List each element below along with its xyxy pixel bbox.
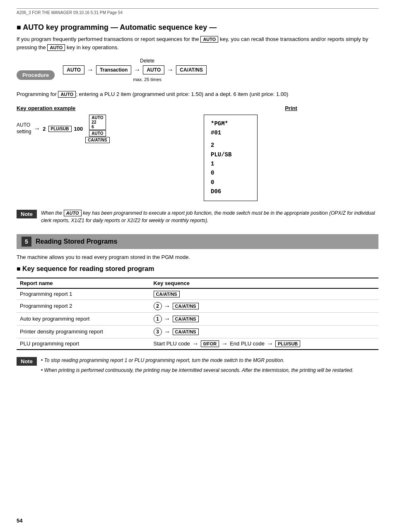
auto-intro-text: If you program frequently performed tran…: [17, 35, 378, 51]
caatns-key-2: CA/AT/NS: [173, 303, 199, 309]
seq-cell-2: 2 → CA/AT/NS: [154, 302, 375, 310]
circle-3: 3: [154, 328, 162, 336]
key-seq-5: Start PLU code → 0/FOR → End PLU code → …: [150, 338, 378, 350]
auto-section-title: AUTO key programming — Automatic sequenc…: [17, 23, 378, 32]
key-stack-auto: AUTO226 AUTO CA/AT/NS: [85, 115, 109, 143]
print-title: Print: [204, 105, 378, 111]
note-bullet-2: When printing is performed continuously,…: [41, 367, 354, 374]
report-name-1: Programming report 1: [17, 288, 150, 300]
print-receipt: *PGM* #01 2 PLU/SB 1 0 0 D06: [204, 115, 258, 201]
key-auto-1: AUTO: [63, 65, 84, 74]
seq-cell-4: 3 → CA/AT/NS: [154, 328, 375, 336]
key-caatns-1: CA/AT/NS: [176, 65, 207, 74]
key-seq-table: Report name Key sequence Programming rep…: [17, 278, 378, 350]
table-row: Programming report 1 CA/AT/NS: [17, 288, 378, 300]
section5: 5 Reading Stored Programs The machine al…: [17, 234, 378, 376]
caatns-key-4: CA/AT/NS: [173, 328, 199, 335]
col-key-seq: Key sequence: [150, 278, 378, 288]
report-name-3: Auto key programming report: [17, 312, 150, 325]
print-line4: PLU/SB: [211, 150, 250, 159]
print-line1: *PGM*: [211, 119, 250, 128]
circle-2: 2: [154, 302, 162, 310]
num-2: 2: [43, 126, 46, 132]
subsection-title: Key sequence for reading stored program: [17, 265, 378, 273]
table-row: PLU programming report Start PLU code → …: [17, 338, 378, 350]
note-label-1: Note: [17, 210, 37, 218]
caatns-key-1: CA/AT/NS: [154, 291, 180, 297]
auto-key-inline: AUTO: [200, 36, 218, 43]
arrow-row2: →: [164, 303, 171, 309]
print-line3: 2: [211, 141, 250, 150]
key-transaction: Transaction: [96, 65, 131, 74]
note-text-1: When the AUTO key has been programmed to…: [41, 209, 378, 224]
arrow-row4: →: [164, 328, 171, 335]
key-seq-2: 2 → CA/AT/NS: [150, 300, 378, 312]
section5-title: Reading Stored Programs: [36, 238, 117, 245]
arrow-row5b: →: [221, 340, 228, 347]
key-seq-1: CA/AT/NS: [150, 288, 378, 300]
section5-number: 5: [22, 237, 31, 247]
diagram-row-main: AUTO → Transaction → AUTO → CA/AT/NS: [63, 65, 207, 74]
table-row: Programming report 2 2 → CA/AT/NS: [17, 300, 378, 312]
print-line6: 0: [211, 168, 250, 177]
print-section: Print *PGM* #01 2 PLU/SB 1 0 0 D06: [204, 105, 378, 201]
delete-label: Delete: [140, 58, 154, 64]
key-op-section: Key operation example AUTOsetting → 2 PL…: [17, 105, 191, 143]
section5-header: 5 Reading Stored Programs: [17, 234, 378, 249]
max-times-label: max. 25 times: [133, 77, 161, 82]
arrow-1: →: [87, 67, 94, 73]
example-intro-text: Programming for AUTO; entering a PLU 2 i…: [17, 90, 378, 98]
report-name-4: Printer density programming report: [17, 325, 150, 338]
procedure-label: Procedure: [17, 70, 55, 80]
print-line7: 0: [211, 178, 250, 187]
note-bullets: To stop reading programming report 1 or …: [41, 357, 354, 376]
auto-key-inline3: AUTO: [58, 91, 76, 98]
print-line5: 1: [211, 159, 250, 168]
note-label-2: Note: [17, 357, 37, 366]
arrow-4: →: [34, 125, 40, 132]
key-auto-num6-top: AUTO226: [89, 115, 106, 130]
auto-section: AUTO key programming — Automatic sequenc…: [17, 23, 378, 224]
section5-intro: The machine allows you to read every pro…: [17, 254, 378, 260]
auto-setting-label: AUTOsetting: [17, 122, 31, 135]
auto-key-note: AUTO: [64, 210, 82, 216]
procedure-area: Procedure Delete AUTO → Transaction → AU…: [17, 58, 378, 82]
arrow-2: →: [134, 67, 140, 73]
report-name-2: Programming report 2: [17, 300, 150, 312]
key-caatns-stack: CA/AT/NS: [85, 137, 109, 143]
seq-cell-1: CA/AT/NS: [154, 291, 375, 297]
plu-sub-table: PLU/SUB: [275, 340, 300, 347]
key-seq-3: 1 → CA/AT/NS: [150, 312, 378, 325]
arrow-3: →: [167, 67, 173, 73]
procedure-diagram: Delete AUTO → Transaction → AUTO → CA/AT…: [63, 58, 207, 82]
plu-sub-key: PLU/SUB: [48, 126, 72, 132]
print-line8: D06: [211, 187, 250, 196]
num-100: 100: [74, 126, 83, 132]
header-left: A206_3 FOR THE MANAGER 09.10.16 5:31 PM …: [17, 10, 123, 15]
header-bar: A206_3 FOR THE MANAGER 09.10.16 5:31 PM …: [17, 8, 378, 15]
note-bullet-1: To stop reading programming report 1 or …: [41, 357, 354, 364]
print-line2: #01: [211, 128, 250, 137]
for-key: 0/FOR: [201, 340, 219, 347]
arrow-row5a: →: [192, 340, 199, 347]
end-plu-label: End PLU code: [230, 340, 265, 347]
circle-1: 1: [154, 315, 162, 323]
col-report-name: Report name: [17, 278, 150, 288]
example-area: Key operation example AUTOsetting → 2 PL…: [17, 105, 378, 201]
seq-cell-3: 1 → CA/AT/NS: [154, 315, 375, 323]
key-auto-bottom: AUTO: [89, 130, 106, 137]
key-seq-4: 3 → CA/AT/NS: [150, 325, 378, 338]
note-box-1: Note When the AUTO key has been programm…: [17, 209, 378, 224]
auto-key-inline2: AUTO: [47, 44, 65, 51]
arrow-row3: →: [164, 316, 171, 322]
table-row: Auto key programming report 1 → CA/AT/NS: [17, 312, 378, 325]
start-plu-label: Start PLU code: [154, 340, 190, 347]
key-auto-2: AUTO: [143, 65, 164, 74]
key-op-title: Key operation example: [17, 105, 191, 111]
report-name-5: PLU programming report: [17, 338, 150, 350]
page-number: 54: [17, 518, 22, 524]
key-op-diagram: AUTOsetting → 2 PLU/SUB 100 AUTO226 AUTO…: [17, 115, 191, 143]
arrow-row5c: →: [267, 340, 273, 347]
caatns-key-3: CA/AT/NS: [173, 316, 199, 322]
note-box-2: Note To stop reading programming report …: [17, 357, 378, 376]
